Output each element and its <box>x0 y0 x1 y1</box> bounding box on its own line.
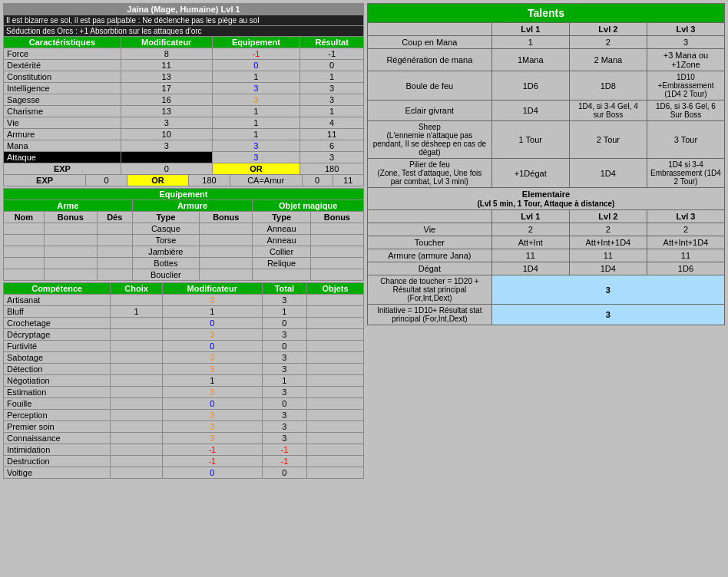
lvl2-header: Lvl 2 <box>569 23 647 36</box>
equip-row-bouclier: Bouclier <box>4 269 364 281</box>
exp-val[interactable]: 0 <box>121 163 212 175</box>
stat-name-mana: Mana <box>4 140 121 152</box>
arme-nom-3[interactable] <box>4 246 45 258</box>
or-label[interactable]: OR <box>127 175 188 186</box>
skill-name-sabotage: Sabotage <box>4 352 111 364</box>
magic-bonus-anneau2[interactable] <box>310 235 363 246</box>
armor-type-jambiere: Jambière <box>132 246 200 258</box>
skill-objets-artisanat[interactable] <box>306 295 363 306</box>
skill-choix-percep[interactable] <box>111 410 162 421</box>
arme-bonus-1[interactable] <box>44 223 97 235</box>
skill-objets-connais[interactable] <box>306 433 363 444</box>
skill-objets-negot[interactable] <box>306 375 363 387</box>
skill-objets-detection[interactable] <box>306 364 363 375</box>
skill-objets-percep[interactable] <box>306 410 363 421</box>
skill-choix-voltige[interactable] <box>111 467 162 479</box>
arme-nom-4[interactable] <box>4 258 45 269</box>
talent-coup-en-mana: Coup en Mana 1 2 3 <box>368 36 725 49</box>
skill-choix-sabotage[interactable] <box>111 352 162 364</box>
talent-coup-lvl1: 1 <box>491 36 569 49</box>
skill-objets-decryptage[interactable] <box>306 329 363 341</box>
skill-objets-sabotage[interactable] <box>306 352 363 364</box>
stat-result-int: 3 <box>300 83 364 94</box>
stat-name-arm: Armure <box>4 129 121 140</box>
desc-row2: Séduction des Orcs : +1 Absorbtion sur l… <box>4 26 364 37</box>
exp-zero[interactable]: 0 <box>86 175 127 186</box>
skill-choix-intim[interactable] <box>111 444 162 456</box>
arme-des-2[interactable] <box>97 235 132 246</box>
talent-sheep-lvl1: 1 Tour <box>491 121 569 159</box>
armor-bonus-torse[interactable] <box>200 235 253 246</box>
formula-chance-val[interactable]: 3 <box>491 275 724 305</box>
skill-total-sabotage: 3 <box>262 352 306 364</box>
skill-objets-bluff[interactable] <box>306 306 363 318</box>
skill-choix-decryptage[interactable] <box>111 329 162 341</box>
skill-objets-furtivite[interactable] <box>306 341 363 352</box>
magic-bonus-collier[interactable] <box>310 246 363 258</box>
arme-des-5[interactable] <box>97 269 132 281</box>
formula-init-val[interactable]: 3 <box>491 305 724 325</box>
arme-des-3[interactable] <box>97 246 132 258</box>
elem-headers: Lvl 1 Lvl 2 Lvl 3 <box>368 210 725 223</box>
magic-bonus-anneau1[interactable] <box>310 223 363 235</box>
col-resultat: Résultat <box>300 37 364 48</box>
talent-eclair-lvl2: 1D4, si 3-4 Gel, 4 sur Boss <box>569 101 647 121</box>
armor-bonus-jambiere[interactable] <box>200 246 253 258</box>
equip-row-casque: Casque Anneau <box>4 223 364 235</box>
skill-choix-estim[interactable] <box>111 387 162 398</box>
stat-base-dex: 11 <box>121 60 212 71</box>
elem-toucher: Toucher Att+Int Att+Int+1D4 Att+Int+1D4 <box>368 236 725 249</box>
arme-bonus-4[interactable] <box>44 258 97 269</box>
arme-nom-2[interactable] <box>4 235 45 246</box>
elem-armure-lvl1: 11 <box>491 249 569 262</box>
skill-objets-fouille[interactable] <box>306 398 363 410</box>
arme-bonus-5[interactable] <box>44 269 97 281</box>
skill-modif-dest: -1 <box>162 456 262 467</box>
skill-name-percep: Perception <box>4 410 111 421</box>
skill-objets-dest[interactable] <box>306 456 363 467</box>
col-equipement: Equipement <box>212 37 300 48</box>
equip-row-torse: Torse Anneau <box>4 235 364 246</box>
magic-bonus-relique[interactable] <box>310 258 363 269</box>
talent-boule-lvl3: 1D10 +Embrassement (1D4 2 Tour) <box>647 71 724 101</box>
talent-sheep-lvl2: 2 Tour <box>569 121 647 159</box>
skill-objets-premiers[interactable] <box>306 421 363 433</box>
arme-nom-1[interactable] <box>4 223 45 235</box>
skill-choix-detection[interactable] <box>111 364 162 375</box>
magic-bonus-empty[interactable] <box>310 269 363 281</box>
armor-bonus-bottes[interactable] <box>200 258 253 269</box>
skill-choix-connais[interactable] <box>111 433 162 444</box>
armor-bonus-bouclier[interactable] <box>200 269 253 281</box>
arme-des-1[interactable] <box>97 223 132 235</box>
skill-choix-bluff[interactable]: 1 <box>111 306 162 318</box>
skill-choix-negot[interactable] <box>111 375 162 387</box>
skill-choix-premiers[interactable] <box>111 421 162 433</box>
elem-vie: Vie 2 2 2 <box>368 223 725 236</box>
skill-choix-crochetage[interactable] <box>111 318 162 329</box>
skill-choix-fouille[interactable] <box>111 398 162 410</box>
arme-nom-5[interactable] <box>4 269 45 281</box>
elem-toucher-lvl3: Att+Int+1D4 <box>647 236 724 249</box>
stat-name-vie: Vie <box>4 117 121 129</box>
armor-bonus-casque[interactable] <box>200 223 253 235</box>
stat-result-sag: 3 <box>300 94 364 106</box>
exp-ca-row: EXP 0 OR 180 CA=Amur 0 11 <box>4 175 364 186</box>
skill-modif-fouille: 0 <box>162 398 262 410</box>
or-cell[interactable]: OR <box>212 163 300 175</box>
skill-choix-furtivite[interactable] <box>111 341 162 352</box>
arme-bonus-3[interactable] <box>44 246 97 258</box>
skill-choix-dest[interactable] <box>111 456 162 467</box>
skill-objets-crochetage[interactable] <box>306 318 363 329</box>
skill-objets-voltige[interactable] <box>306 467 363 479</box>
col-total: Total <box>262 283 306 295</box>
skill-objets-intim[interactable] <box>306 444 363 456</box>
equip-title: Equipement <box>4 189 364 200</box>
skill-fouille: Fouille 0 0 <box>4 398 364 410</box>
talent-sheep: Sheep(L'ennemie n'attaque pas pendant, I… <box>368 121 725 159</box>
talent-name-eclair: Eclair givrant <box>368 101 492 121</box>
skill-choix-artisanat[interactable] <box>111 295 162 306</box>
skill-objets-estim[interactable] <box>306 387 363 398</box>
talent-regen-lvl2: 2 Mana <box>569 49 647 71</box>
arme-bonus-2[interactable] <box>44 235 97 246</box>
arme-des-4[interactable] <box>97 258 132 269</box>
